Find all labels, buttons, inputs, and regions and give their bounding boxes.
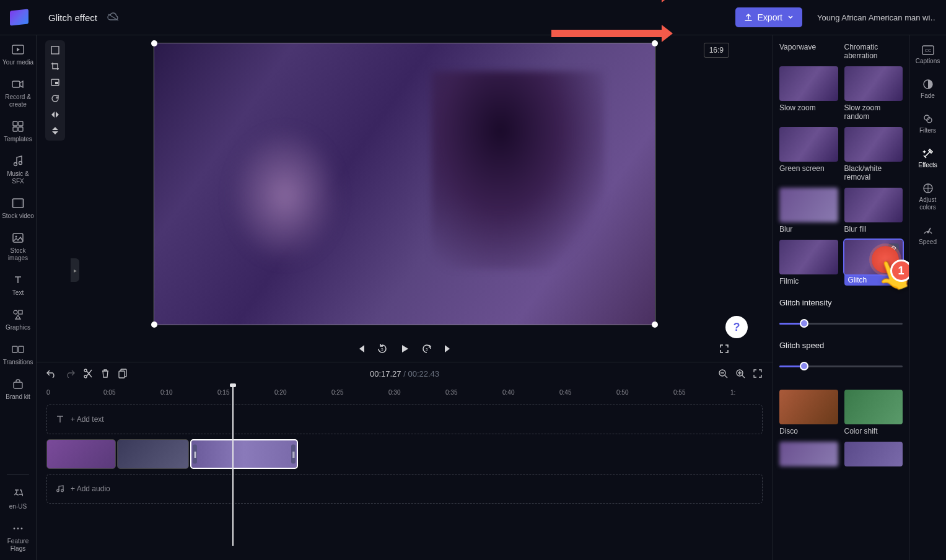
svg-point-23 bbox=[21, 528, 23, 530]
zoom-in-button[interactable] bbox=[735, 369, 745, 378]
svg-rect-20 bbox=[14, 382, 22, 388]
glitch-speed-label: Glitch speed bbox=[779, 341, 903, 350]
zoom-out-button[interactable] bbox=[718, 369, 728, 378]
effect-slow-zoom[interactable]: Slow zoom bbox=[779, 66, 838, 121]
flip-h-tool[interactable] bbox=[48, 107, 63, 122]
skip-back-button[interactable] bbox=[356, 344, 366, 354]
svg-point-21 bbox=[14, 528, 15, 530]
resize-handle-br[interactable] bbox=[652, 322, 658, 328]
tab-captions[interactable]: CCCaptions bbox=[912, 45, 944, 65]
sidebar-item-transitions[interactable]: Transitions bbox=[1, 343, 35, 366]
effect-blur-fill[interactable]: Blur fill bbox=[844, 188, 903, 234]
zoom-fit-button[interactable] bbox=[753, 369, 763, 378]
export-button[interactable]: Export bbox=[735, 7, 802, 27]
cloud-sync-icon[interactable] bbox=[107, 12, 120, 22]
audio-track[interactable]: + Add audio bbox=[46, 474, 763, 504]
glitch-intensity-slider[interactable] bbox=[779, 318, 903, 328]
video-clip-selected[interactable] bbox=[190, 439, 298, 469]
sidebar-item-feature-flags[interactable]: Feature Flags bbox=[1, 522, 35, 553]
language-icon bbox=[11, 487, 25, 501]
glitch-intensity-label: Glitch intensity bbox=[779, 298, 903, 307]
tab-filters[interactable]: Filters bbox=[912, 113, 944, 134]
video-clip-2[interactable] bbox=[117, 439, 189, 469]
sidebar-item-templates[interactable]: Templates bbox=[1, 120, 35, 143]
audio-track-icon bbox=[56, 484, 64, 493]
effect-slow-zoom-random[interactable]: Slow zoom random bbox=[844, 66, 903, 121]
sidebar-item-graphics[interactable]: Graphics bbox=[1, 308, 35, 331]
timeline-toolbar: 00:17.27 / 00:22.43 bbox=[37, 362, 773, 385]
stock-images-icon bbox=[11, 231, 25, 245]
sidebar-item-brand-kit[interactable]: Brand kit bbox=[1, 377, 35, 401]
svg-rect-6 bbox=[19, 121, 23, 126]
tab-speed[interactable]: Speed bbox=[912, 225, 944, 246]
brand-kit-icon bbox=[11, 377, 25, 391]
sidebar-item-stock-images[interactable]: Stock images bbox=[1, 231, 35, 262]
video-clip-1[interactable] bbox=[46, 439, 116, 469]
sidebar-item-text[interactable]: Text bbox=[1, 273, 35, 297]
text-track-icon bbox=[56, 415, 64, 424]
canvas-toolstrip bbox=[45, 40, 65, 141]
project-title: Glitch effect bbox=[48, 12, 97, 23]
sidebar-item-music-sfx[interactable]: Music & SFX bbox=[1, 154, 35, 185]
svg-rect-5 bbox=[13, 121, 17, 126]
effect-blur[interactable]: Blur bbox=[779, 188, 838, 234]
effect-disco[interactable]: Disco bbox=[779, 390, 838, 435]
skip-forward-button[interactable] bbox=[444, 344, 453, 354]
resize-handle-bl[interactable] bbox=[151, 322, 157, 328]
sidebar-left: Your media Record & create Templates Mus… bbox=[0, 35, 37, 560]
svg-rect-7 bbox=[13, 127, 17, 131]
split-button[interactable] bbox=[84, 369, 92, 378]
effects-panel: Vaporwave Chromatic aberration Slow zoom… bbox=[773, 35, 909, 560]
svg-rect-31 bbox=[119, 371, 125, 378]
playhead[interactable] bbox=[232, 385, 234, 546]
effect-black-white-removal[interactable]: Black/white removal bbox=[844, 127, 903, 182]
preview-canvas[interactable] bbox=[154, 43, 655, 325]
text-icon bbox=[11, 273, 25, 287]
sidebar-item-stock-video[interactable]: Stock video bbox=[1, 196, 35, 220]
resize-handle-tl[interactable] bbox=[151, 40, 157, 46]
crop-tool[interactable] bbox=[48, 59, 63, 74]
effect-extra-2[interactable] bbox=[844, 442, 903, 466]
rotate-tool[interactable] bbox=[48, 91, 63, 106]
effect-filmic[interactable]: Filmic bbox=[779, 240, 838, 286]
effect-color-shift[interactable]: Color shift bbox=[844, 390, 903, 435]
more-icon bbox=[11, 522, 25, 535]
help-button[interactable]: ? bbox=[725, 316, 748, 338]
sidebar-item-your-media[interactable]: Your media bbox=[1, 43, 35, 66]
playback-controls: 5 5 ? bbox=[37, 336, 773, 362]
transitions-icon bbox=[11, 343, 25, 356]
text-track[interactable]: + Add text bbox=[46, 405, 763, 434]
stock-video-icon bbox=[11, 196, 25, 210]
effect-green-screen[interactable]: Green screen bbox=[779, 127, 838, 182]
forward-button[interactable]: 5 bbox=[421, 343, 432, 354]
duplicate-button[interactable] bbox=[118, 369, 127, 378]
tab-effects[interactable]: Effects bbox=[912, 148, 944, 169]
svg-rect-8 bbox=[19, 127, 23, 131]
tab-adjust-colors[interactable]: Adjust colors bbox=[912, 183, 944, 211]
play-button[interactable] bbox=[399, 343, 410, 354]
fullscreen-button[interactable] bbox=[719, 344, 729, 354]
flip-v-tool[interactable] bbox=[48, 123, 63, 138]
sidebar-item-language[interactable]: en-US bbox=[1, 487, 35, 510]
rewind-button[interactable]: 5 bbox=[377, 343, 388, 354]
sidebar-item-record-create[interactable]: Record & create bbox=[1, 77, 35, 108]
glitch-speed-slider[interactable] bbox=[779, 361, 903, 371]
resize-handle-tr[interactable] bbox=[652, 40, 658, 46]
effect-chromatic-aberration[interactable]: Chromatic aberration bbox=[844, 40, 903, 60]
effect-glitch[interactable]: ⚙ Glitch 👆 1 bbox=[844, 240, 903, 286]
pip-tool[interactable] bbox=[48, 75, 63, 90]
tab-fade[interactable]: Fade bbox=[912, 79, 944, 100]
annotation-pointer: 👆 1 bbox=[872, 246, 899, 273]
undo-button[interactable] bbox=[46, 369, 56, 378]
effect-extra-1[interactable] bbox=[779, 442, 838, 466]
redo-button[interactable] bbox=[65, 369, 75, 378]
music-icon bbox=[11, 154, 25, 168]
effect-vaporwave[interactable]: Vaporwave bbox=[779, 40, 838, 60]
svg-rect-13 bbox=[22, 199, 24, 208]
svg-point-22 bbox=[17, 528, 19, 530]
app-logo bbox=[10, 9, 28, 25]
timeline-ruler[interactable]: 0 0:05 0:10 0:15 0:20 0:25 0:30 0:35 0:4… bbox=[37, 385, 773, 400]
delete-button[interactable] bbox=[101, 369, 110, 378]
timecode: 00:17.27 / 00:22.43 bbox=[370, 369, 439, 378]
fit-tool[interactable] bbox=[48, 43, 63, 58]
